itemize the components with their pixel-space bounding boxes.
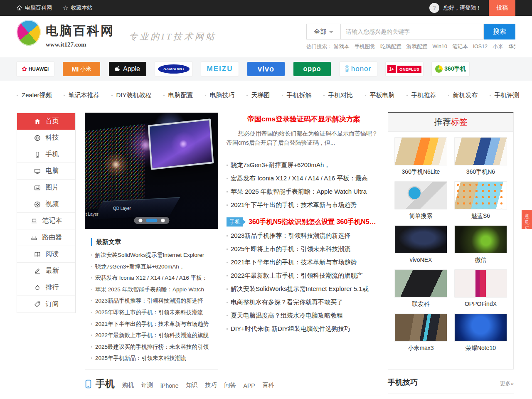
sidebar-item-phone[interactable]: 手机 — [17, 146, 75, 163]
article-link[interactable]: 2025最建议买的手机排行榜：未来科技的引领 — [91, 341, 212, 353]
brand-oppo[interactable]: oppo — [293, 62, 331, 76]
section-tab[interactable]: 评测 — [141, 382, 153, 390]
hot-search-link[interactable]: iOS12 — [473, 44, 488, 49]
featured-article-title[interactable]: 帝国cms登录验证码不显示解决方案 — [227, 114, 381, 124]
article-link[interactable]: 2022年最新款上市手机：引领科技潮流的旗舰 — [91, 330, 212, 341]
nav-item[interactable]: 手机对比 — [323, 91, 353, 99]
brand-360[interactable]: + 360手机 — [432, 62, 469, 76]
brand-meizu[interactable]: MEIZU — [201, 62, 239, 76]
article-link[interactable]: 2023新品手机推荐：引领科技潮流的新选择 — [227, 229, 381, 242]
article-link[interactable]: 2021年下半年出的手机：技术革新与市场趋势 — [227, 198, 381, 212]
article-link[interactable]: 解决安装SolidWorks提示需Internet Explorer — [91, 249, 212, 261]
section-tab[interactable]: 问答 — [224, 382, 236, 390]
article-link[interactable]: 2022年最新款上市手机：引领科技潮流的旗舰产 — [227, 269, 381, 282]
tag-item[interactable]: OPPOFindX — [454, 269, 507, 308]
topbar-home-link[interactable]: 电脑百科网 — [17, 4, 52, 12]
article-link[interactable]: 2025年即将上市的手机：引领未来科技潮流 — [227, 242, 381, 256]
article-link[interactable]: 宏碁发布 Iconia X12 / X14 / A14 / A16 平板：最高 — [227, 172, 381, 185]
article-link[interactable]: 骁龙7sGen3+耐摔直屏+6200mAh， — [227, 158, 381, 172]
section-tab[interactable]: 知识 — [186, 382, 198, 390]
tag-item[interactable]: 联发科 — [394, 269, 447, 308]
sidebar-item-computer[interactable]: 电脑 — [17, 163, 75, 180]
carousel-dot[interactable] — [138, 219, 142, 222]
nav-item[interactable]: 手机评测 — [490, 91, 520, 99]
section-tab[interactable]: iPhone — [160, 382, 179, 390]
site-logo[interactable]: 电脑百科网 www.it127.com — [17, 20, 114, 48]
search-input[interactable] — [340, 24, 484, 39]
avatar[interactable]: ? — [429, 3, 439, 13]
nav-item[interactable]: 天梯图 — [246, 91, 270, 99]
section-tab[interactable]: 购机 — [122, 382, 134, 390]
article-link[interactable]: 夏天电脑温度高？组装水冷电脑攻略教程 — [227, 309, 381, 322]
carousel-banner[interactable]: t Layer QD Layer — [85, 113, 218, 229]
section-tab[interactable]: APP — [244, 382, 255, 390]
search-category-select[interactable]: 全部 — [306, 24, 340, 39]
article-link[interactable]: 2025年即将上市的手机：引领未来科技潮流 — [91, 307, 212, 318]
category-tag[interactable]: 手机 — [227, 217, 243, 227]
brand-huawei[interactable]: ✿ HUAWEI — [17, 62, 54, 76]
topbar-favorite-link[interactable]: ☆ 收藏本站 — [63, 4, 92, 12]
nav-item[interactable]: 笔记本推荐 — [64, 91, 100, 99]
login-link[interactable]: 您好，请登陆！ — [443, 4, 481, 12]
tag-item[interactable]: vivoNEX — [394, 225, 447, 264]
article-link[interactable]: 电商整机水有多深？看完你就再不敢买了 — [227, 296, 381, 309]
carousel-dot[interactable] — [161, 219, 165, 222]
more-link[interactable]: 更多» — [500, 380, 514, 387]
brand-honor[interactable]: 荣耀 honor — [340, 62, 377, 76]
tag-item[interactable]: 荣耀Note10 — [454, 313, 507, 352]
hot-search-link[interactable]: Win10 — [432, 44, 447, 49]
article-link[interactable]: 宏碁发布 Iconia X12 / X14 / A14 / A16 平板： — [91, 272, 212, 284]
brand-samsung[interactable]: SAMSUNG — [155, 62, 192, 76]
brand-apple[interactable]: Apple — [109, 62, 146, 76]
sidebar-item-home[interactable]: 首页 — [17, 113, 75, 130]
hot-search-link[interactable]: 笔记本 — [452, 44, 468, 49]
article-link[interactable]: 苹果 2025 年款智能手表前瞻：Apple Watch Ultra — [227, 185, 381, 198]
nav-item[interactable]: 手机拆解 — [282, 91, 312, 99]
section-tab[interactable]: 技巧 — [205, 382, 217, 390]
sidebar-item-pictures[interactable]: 图片 — [17, 180, 75, 196]
article-link[interactable]: 2025年手机新品：引领未来科技潮流 — [91, 352, 212, 364]
nav-item[interactable]: DIY装机教程 — [111, 91, 152, 99]
brand-oneplus[interactable]: 1+ ONEPLUS — [386, 62, 423, 76]
sidebar-item-subscribe[interactable]: 订阅 — [17, 296, 75, 313]
featured-article-2[interactable]: 手机 360手机N5指纹识别怎么设置 360手机N5指纹 — [227, 217, 381, 227]
sidebar-item-router[interactable]: 路由器 — [17, 229, 75, 246]
sidebar-item-laptop[interactable]: 笔记本 — [17, 213, 75, 229]
article-link[interactable]: 2021年下半年出的手机：技术革新与市场趋势 — [227, 256, 381, 269]
nav-item[interactable]: 新机发布 — [448, 91, 478, 99]
sidebar-item-video[interactable]: 视频 — [17, 196, 75, 213]
sidebar-item-latest[interactable]: 最新 — [17, 263, 75, 279]
brand-xiaomi[interactable]: MI 小米 — [63, 62, 100, 76]
article-link[interactable]: 苹果 2025 年款智能手表前瞻：Apple Watch — [91, 284, 212, 296]
hot-search-link[interactable]: 吃鸡配置 — [380, 44, 401, 49]
article-link[interactable]: DIY+时代来临 新DIY组装电脑硬件选购技巧 — [227, 322, 381, 335]
nav-item[interactable]: 电脑技巧 — [205, 91, 235, 99]
hot-search-link[interactable]: 游戏配置 — [406, 44, 427, 49]
hot-search-link[interactable]: 华为 — [508, 44, 515, 49]
nav-item[interactable]: 平板电脑 — [365, 91, 395, 99]
article-link[interactable]: 解决安装SolidWorks提示需Internet Explorer 5.1或 — [227, 282, 381, 296]
article-link[interactable]: 2021年下半年出的手机：技术革新与市场趋势 — [91, 318, 212, 330]
carousel-dot-active[interactable] — [146, 219, 157, 222]
tag-item[interactable]: 360手机N6Lite — [394, 137, 447, 176]
tag-item[interactable]: 微信 — [454, 225, 507, 264]
sidebar-item-ranking[interactable]: 排行 — [17, 279, 75, 296]
sidebar-item-reading[interactable]: 阅读 — [17, 246, 75, 263]
feedback-button[interactable]: 意见反馈 — [522, 210, 532, 229]
hot-search-link[interactable]: 小米 — [493, 44, 503, 49]
nav-item[interactable]: 电脑配置 — [163, 91, 193, 99]
nav-item[interactable]: Zealer视频 — [17, 91, 52, 99]
section-tab[interactable]: 百科 — [263, 382, 274, 390]
sidebar-item-tech[interactable]: 科技 — [17, 130, 75, 146]
tag-item[interactable]: 360手机N6 — [454, 137, 507, 176]
article-link[interactable]: 骁龙7sGen3+耐摔直屏+6200mAh， — [91, 261, 212, 273]
tag-item[interactable]: 小米max3 — [394, 313, 447, 352]
nav-item[interactable]: 手机推荐 — [406, 91, 436, 99]
brand-vivo[interactable]: vivo — [247, 62, 285, 76]
tag-item[interactable]: 简单搜索 — [394, 181, 447, 220]
hot-search-link[interactable]: 手机图赏 — [355, 44, 375, 49]
tag-item[interactable]: 魅蓝S6 — [454, 181, 507, 220]
hot-search-link[interactable]: 游戏本 — [334, 44, 350, 49]
article-link[interactable]: 2023新品手机推荐：引领科技潮流的新选择 — [91, 295, 212, 307]
submit-post-button[interactable]: 投稿 — [489, 0, 515, 16]
